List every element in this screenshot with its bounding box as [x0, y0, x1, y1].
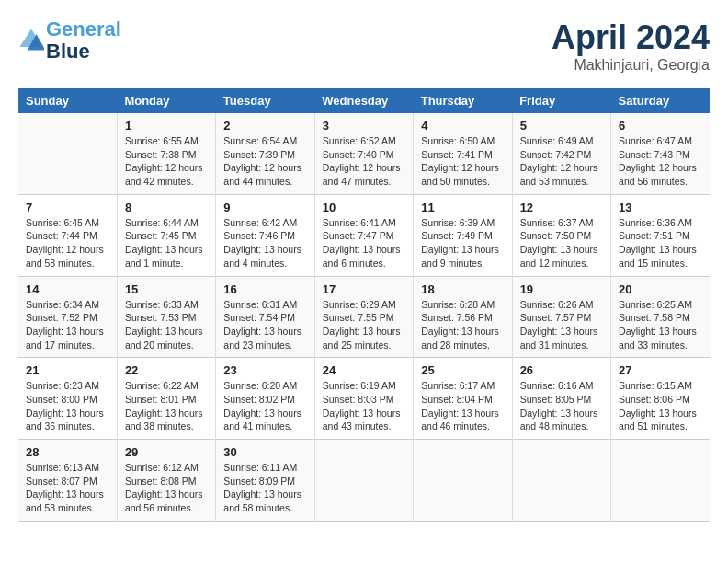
day-number: 22 — [125, 363, 208, 377]
day-info: Sunrise: 6:11 AMSunset: 8:09 PMDaylight:… — [223, 461, 306, 515]
day-number: 1 — [125, 119, 208, 132]
day-info: Sunrise: 6:37 AMSunset: 7:50 PMDaylight:… — [520, 216, 603, 270]
day-number: 7 — [26, 201, 109, 214]
day-number: 9 — [223, 201, 306, 214]
header-day: Saturday — [611, 88, 710, 113]
day-cell: 10Sunrise: 6:41 AMSunset: 7:47 PMDayligh… — [314, 194, 413, 276]
day-info: Sunrise: 6:20 AMSunset: 8:02 PMDaylight:… — [223, 379, 306, 433]
day-cell: 11Sunrise: 6:39 AMSunset: 7:49 PMDayligh… — [414, 194, 512, 276]
day-cell: 29Sunrise: 6:12 AMSunset: 8:08 PMDayligh… — [117, 440, 215, 522]
day-info: Sunrise: 6:47 AMSunset: 7:43 PMDaylight:… — [619, 134, 702, 189]
day-number: 18 — [421, 282, 504, 296]
day-info: Sunrise: 6:13 AMSunset: 8:07 PMDaylight:… — [26, 461, 109, 515]
day-cell: 27Sunrise: 6:15 AMSunset: 8:06 PMDayligh… — [611, 358, 710, 440]
day-number: 29 — [125, 445, 208, 459]
day-info: Sunrise: 6:54 AMSunset: 7:39 PMDaylight:… — [223, 134, 306, 189]
logo-icon — [18, 28, 44, 53]
day-number: 23 — [223, 363, 306, 377]
day-cell: 21Sunrise: 6:23 AMSunset: 8:00 PMDayligh… — [18, 358, 117, 440]
day-number: 12 — [520, 201, 603, 214]
day-cell: 22Sunrise: 6:22 AMSunset: 8:01 PMDayligh… — [117, 358, 215, 440]
day-info: Sunrise: 6:17 AMSunset: 8:04 PMDaylight:… — [421, 379, 504, 433]
day-cell: 30Sunrise: 6:11 AMSunset: 8:09 PMDayligh… — [216, 440, 314, 522]
day-number: 14 — [26, 282, 109, 296]
day-cell: 25Sunrise: 6:17 AMSunset: 8:04 PMDayligh… — [414, 358, 512, 440]
day-number: 8 — [125, 201, 208, 214]
day-info: Sunrise: 6:12 AMSunset: 8:08 PMDaylight:… — [125, 461, 208, 515]
logo-text: GeneralBlue — [46, 18, 121, 63]
month-title: April 2024 — [552, 18, 710, 57]
day-info: Sunrise: 6:41 AMSunset: 7:47 PMDaylight:… — [323, 216, 405, 270]
day-cell: 26Sunrise: 6:16 AMSunset: 8:05 PMDayligh… — [512, 358, 610, 440]
day-info: Sunrise: 6:45 AMSunset: 7:44 PMDaylight:… — [26, 216, 109, 270]
day-number: 17 — [323, 282, 405, 296]
header-day: Thursday — [414, 88, 512, 113]
day-cell: 14Sunrise: 6:34 AMSunset: 7:52 PMDayligh… — [18, 276, 117, 358]
day-number: 4 — [421, 119, 504, 132]
day-cell: 9Sunrise: 6:42 AMSunset: 7:46 PMDaylight… — [216, 194, 314, 276]
day-cell: 2Sunrise: 6:54 AMSunset: 7:39 PMDaylight… — [216, 113, 314, 194]
day-number: 20 — [619, 282, 702, 296]
day-number: 21 — [26, 363, 109, 377]
header-row: SundayMondayTuesdayWednesdayThursdayFrid… — [18, 88, 710, 113]
header-day: Wednesday — [314, 88, 413, 113]
day-cell: 1Sunrise: 6:55 AMSunset: 7:38 PMDaylight… — [117, 113, 215, 194]
day-info: Sunrise: 6:23 AMSunset: 8:00 PMDaylight:… — [26, 379, 109, 433]
header-day: Sunday — [18, 88, 117, 113]
day-info: Sunrise: 6:36 AMSunset: 7:51 PMDaylight:… — [619, 216, 702, 270]
day-info: Sunrise: 6:31 AMSunset: 7:54 PMDaylight:… — [223, 298, 306, 352]
day-number: 13 — [619, 201, 702, 214]
day-number: 19 — [520, 282, 603, 296]
day-number: 2 — [223, 119, 306, 132]
day-cell: 23Sunrise: 6:20 AMSunset: 8:02 PMDayligh… — [216, 358, 314, 440]
calendar-table: SundayMondayTuesdayWednesdayThursdayFrid… — [18, 88, 710, 522]
day-cell: 18Sunrise: 6:28 AMSunset: 7:56 PMDayligh… — [414, 276, 512, 358]
header-day: Monday — [117, 88, 215, 113]
day-info: Sunrise: 6:49 AMSunset: 7:42 PMDaylight:… — [520, 134, 603, 189]
day-cell: 28Sunrise: 6:13 AMSunset: 8:07 PMDayligh… — [18, 440, 117, 522]
day-info: Sunrise: 6:25 AMSunset: 7:58 PMDaylight:… — [619, 298, 702, 352]
day-cell: 8Sunrise: 6:44 AMSunset: 7:45 PMDaylight… — [117, 194, 215, 276]
week-row: 21Sunrise: 6:23 AMSunset: 8:00 PMDayligh… — [18, 358, 710, 440]
title-block: April 2024 Makhinjauri, Georgia — [552, 18, 710, 74]
week-row: 7Sunrise: 6:45 AMSunset: 7:44 PMDaylight… — [18, 194, 710, 276]
day-number: 6 — [619, 119, 702, 132]
day-number: 30 — [223, 445, 306, 459]
day-cell: 12Sunrise: 6:37 AMSunset: 7:50 PMDayligh… — [512, 194, 610, 276]
day-info: Sunrise: 6:15 AMSunset: 8:06 PMDaylight:… — [619, 379, 702, 433]
week-row: 1Sunrise: 6:55 AMSunset: 7:38 PMDaylight… — [18, 113, 710, 194]
logo: GeneralBlue — [18, 18, 121, 63]
day-info: Sunrise: 6:50 AMSunset: 7:41 PMDaylight:… — [421, 134, 504, 189]
day-cell: 6Sunrise: 6:47 AMSunset: 7:43 PMDaylight… — [611, 113, 710, 194]
day-info: Sunrise: 6:42 AMSunset: 7:46 PMDaylight:… — [223, 216, 306, 270]
day-info: Sunrise: 6:55 AMSunset: 7:38 PMDaylight:… — [125, 134, 208, 189]
day-cell — [18, 113, 117, 194]
header-day: Tuesday — [216, 88, 314, 113]
day-info: Sunrise: 6:16 AMSunset: 8:05 PMDaylight:… — [520, 379, 603, 433]
day-number: 10 — [323, 201, 405, 214]
day-number: 11 — [421, 201, 504, 214]
header-day: Friday — [512, 88, 610, 113]
page-header: GeneralBlue April 2024 Makhinjauri, Geor… — [18, 18, 710, 74]
day-info: Sunrise: 6:28 AMSunset: 7:56 PMDaylight:… — [421, 298, 504, 352]
day-info: Sunrise: 6:26 AMSunset: 7:57 PMDaylight:… — [520, 298, 603, 352]
week-row: 14Sunrise: 6:34 AMSunset: 7:52 PMDayligh… — [18, 276, 710, 358]
day-cell: 4Sunrise: 6:50 AMSunset: 7:41 PMDaylight… — [414, 113, 512, 194]
day-cell: 24Sunrise: 6:19 AMSunset: 8:03 PMDayligh… — [314, 358, 413, 440]
day-cell: 13Sunrise: 6:36 AMSunset: 7:51 PMDayligh… — [611, 194, 710, 276]
day-info: Sunrise: 6:29 AMSunset: 7:55 PMDaylight:… — [323, 298, 405, 352]
day-cell: 15Sunrise: 6:33 AMSunset: 7:53 PMDayligh… — [117, 276, 215, 358]
day-cell — [414, 440, 512, 522]
day-cell: 20Sunrise: 6:25 AMSunset: 7:58 PMDayligh… — [611, 276, 710, 358]
day-number: 27 — [619, 363, 702, 377]
day-cell: 16Sunrise: 6:31 AMSunset: 7:54 PMDayligh… — [216, 276, 314, 358]
day-number: 25 — [421, 363, 504, 377]
day-cell: 3Sunrise: 6:52 AMSunset: 7:40 PMDaylight… — [314, 113, 413, 194]
day-number: 24 — [323, 363, 405, 377]
day-info: Sunrise: 6:34 AMSunset: 7:52 PMDaylight:… — [26, 298, 109, 352]
day-number: 26 — [520, 363, 603, 377]
day-info: Sunrise: 6:22 AMSunset: 8:01 PMDaylight:… — [125, 379, 208, 433]
day-cell: 7Sunrise: 6:45 AMSunset: 7:44 PMDaylight… — [18, 194, 117, 276]
day-cell: 5Sunrise: 6:49 AMSunset: 7:42 PMDaylight… — [512, 113, 610, 194]
day-info: Sunrise: 6:39 AMSunset: 7:49 PMDaylight:… — [421, 216, 504, 270]
